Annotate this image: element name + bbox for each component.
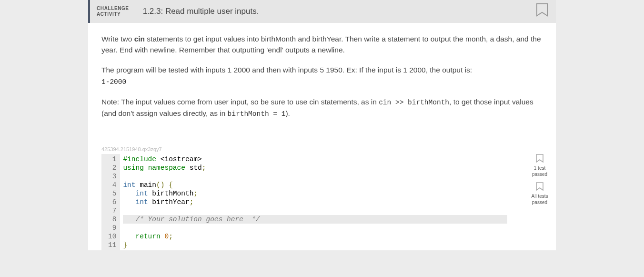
token-punc: () { (156, 181, 173, 189)
code-line[interactable] (123, 172, 507, 181)
cin-keyword-bold: cin (134, 35, 145, 43)
token-include-path: <iostream> (156, 155, 202, 163)
token-punc: ; (193, 190, 198, 197)
instruction-para-1: Write two cin statements to get input va… (101, 33, 543, 56)
bookmark-icon (535, 154, 544, 164)
code-line[interactable]: using namespace std; (123, 164, 507, 172)
line-number-gutter: 1 2 3 4 5 6 7 8 9 10 11 (101, 154, 120, 250)
line-number: 4 (108, 181, 116, 189)
line-number: 2 (108, 164, 116, 172)
challenge-title: 1.2.3: Read multiple user inputs. (143, 7, 259, 16)
test-status-sidebar: 1 test passed All tests passed (529, 154, 556, 205)
line-number: 1 (108, 155, 116, 164)
bookmark-icon (536, 3, 548, 18)
line-number: 10 (108, 232, 116, 241)
header-label-block: CHALLENGE ACTIVITY (97, 6, 136, 18)
code-line[interactable]: return 0; (123, 232, 507, 241)
token-punc: ; (190, 198, 194, 206)
token-punc: ; (202, 164, 206, 172)
header-label-line2: ACTIVITY (97, 11, 129, 18)
token-type: int (136, 190, 152, 197)
line-number: 8 (108, 215, 116, 224)
token-type: int (123, 181, 140, 189)
token-type: int (136, 198, 152, 206)
code-line-placeholder[interactable]: /* Your solution goes here */ (123, 215, 507, 224)
test-status-text: passed (532, 171, 547, 177)
challenge-header: CHALLENGE ACTIVITY 1.2.3: Read multiple … (88, 0, 556, 23)
line-number: 11 (108, 241, 116, 249)
code-line[interactable]: #include <iostream> (123, 155, 507, 164)
line-number: 6 (108, 198, 116, 206)
text-fragment: statements to get input values into birt… (101, 35, 541, 54)
token-punc: } (123, 241, 127, 249)
example-output: 1-2000 (101, 77, 543, 88)
instructions-area: Write two cin statements to get input va… (88, 23, 556, 133)
test-status-text: 1 test (534, 165, 545, 171)
code-lines[interactable]: #include <iostream> using namespace std;… (120, 154, 510, 250)
test-status-all: All tests passed (531, 182, 548, 205)
token-identifier: birthYear (152, 198, 189, 206)
token-punc: ; (169, 233, 173, 240)
token-identifier: std (190, 164, 202, 172)
token-keyword: namespace (148, 164, 190, 172)
code-line[interactable]: int birthYear; (123, 198, 507, 206)
test-status-one: 1 test passed (532, 154, 547, 177)
code-line[interactable] (123, 206, 507, 215)
watermark-id: 425394.2151948.qx3zqy7 (88, 146, 556, 152)
inline-code: birthMonth = 1 (228, 110, 286, 118)
token-preproc: #include (123, 155, 156, 163)
line-number: 9 (108, 224, 116, 232)
code-line[interactable]: int main() { (123, 181, 507, 189)
indent (123, 215, 135, 223)
code-line[interactable]: } (123, 241, 507, 249)
test-status-text: All tests (531, 193, 548, 199)
indent (123, 233, 135, 240)
indent (123, 198, 135, 206)
instruction-para-2: The program will be tested with inputs 1… (101, 64, 543, 75)
bookmark-icon (535, 182, 544, 192)
code-line[interactable] (123, 224, 507, 232)
code-area: 1 2 3 4 5 6 7 8 9 10 11 #include <iostre… (88, 154, 556, 250)
test-status-text: passed (532, 199, 547, 205)
text-fragment: Write two (101, 35, 134, 43)
token-number: 0 (164, 233, 169, 240)
header-label-line1: CHALLENGE (97, 6, 129, 12)
text-fragment: Note: The input values come from user in… (101, 98, 379, 106)
token-identifier: main (140, 181, 156, 189)
line-number: 7 (108, 206, 116, 215)
indent (123, 190, 135, 197)
instruction-note: Note: The input values come from user in… (101, 96, 543, 120)
token-keyword: using (123, 164, 148, 172)
token-keyword: return (136, 233, 165, 240)
token-comment: /* Your solution goes here */ (136, 215, 260, 223)
line-number: 5 (108, 189, 116, 198)
code-line[interactable]: int birthMonth; (123, 189, 507, 198)
code-editor[interactable]: 1 2 3 4 5 6 7 8 9 10 11 #include <iostre… (101, 154, 510, 250)
token-identifier: birthMonth (152, 190, 193, 197)
bookmark-button[interactable] (536, 3, 548, 18)
line-number: 3 (108, 172, 116, 181)
text-fragment: ). (285, 109, 290, 117)
challenge-card: CHALLENGE ACTIVITY 1.2.3: Read multiple … (88, 0, 556, 250)
inline-code: cin >> birthMonth (379, 99, 449, 106)
